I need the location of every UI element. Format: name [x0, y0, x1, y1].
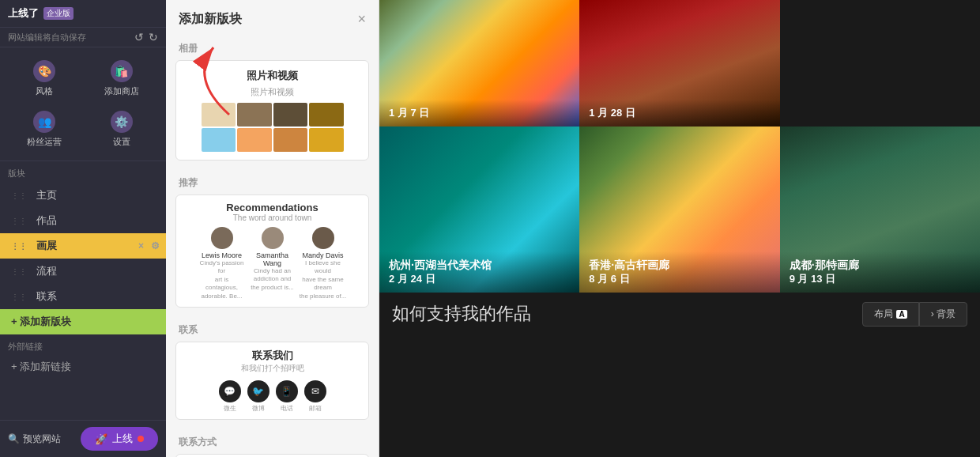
main-content: 1 月 7 日 1 月 28 日 杭州·西湖当代美术馆 2 月 24 日 香港·… [379, 0, 980, 457]
style-icon: 🎨 [33, 60, 55, 82]
person-name-3: Mandy Davis [300, 251, 347, 259]
nav-settings-icon[interactable]: ⚙ [151, 240, 160, 251]
undo-icon[interactable]: ↺ [134, 31, 144, 43]
rec-person-3: Mandy Davis I believe she wouldhave the … [300, 227, 347, 300]
photo-cell [202, 103, 236, 127]
rec-person-1: Lewis Moore Cindy's passion forart is co… [198, 227, 246, 300]
email-label: 邮箱 [309, 404, 322, 413]
enterprise-badge: 企业版 [43, 7, 74, 20]
sidebar-item-contact[interactable]: ⋮⋮ 联系 [0, 284, 166, 309]
sidebar-icon-settings[interactable]: ⚙️ 设置 [84, 104, 160, 154]
phone-label: 电话 [281, 404, 293, 413]
photo-cell [273, 128, 308, 152]
sidebar-icon-shop[interactable]: 🛍️ 添加商店 [84, 54, 160, 104]
shop-icon: 🛍️ [111, 60, 133, 82]
panel-card-contact-us[interactable]: 联系我们 和我们打个招呼吧 💬 微生 🐦 微博 📱 电话 ✉ 邮箱 [175, 342, 369, 420]
contact-subtitle: 和我们打个招呼吧 [186, 363, 359, 374]
gallery-cell-4[interactable]: 杭州·西湖当代美术馆 2 月 24 日 [379, 127, 579, 293]
nav-section-label: 版块 [0, 161, 166, 183]
publish-button[interactable]: 🚀 上线 [81, 427, 158, 451]
contact-icon-phone: 📱 电话 [276, 380, 298, 413]
gallery-cell-5[interactable]: 香港·高古轩画廊 8 月 6 日 [579, 127, 779, 293]
person-name-1: Lewis Moore [198, 251, 246, 259]
fans-icon: 👥 [33, 111, 55, 133]
style-label: 风格 [36, 85, 53, 97]
bottom-title: 如何支持我的作品 [392, 302, 531, 326]
drag-icon: ⋮⋮ [11, 217, 27, 225]
add-block-button[interactable]: + 添加新版块 [0, 309, 166, 334]
sidebar-item-home[interactable]: ⋮⋮ 主页 [0, 183, 166, 208]
phone-icon: 📱 [276, 380, 298, 402]
autosave-text: 网站编辑将自动保存 [8, 32, 86, 43]
nav-item-label: 联系 [36, 289, 57, 304]
drag-icon: ⋮⋮ [11, 267, 27, 276]
contact-card-inner: 联系我们 和我们打个招呼吧 💬 微生 🐦 微博 📱 电话 ✉ 邮箱 [176, 342, 368, 419]
gallery-cell-1[interactable]: 1 月 7 日 [379, 0, 579, 127]
nav-item-label: 主页 [36, 188, 57, 202]
contact-title: 联系我们 [186, 349, 359, 363]
rec-subtitle: The word around town [186, 213, 359, 222]
cell-title-5: 香港·高古轩画廊 [589, 258, 770, 272]
rec-title: Recommendations [186, 202, 359, 213]
avatar-1 [211, 227, 233, 249]
drag-icon: ⋮⋮ [11, 293, 27, 301]
contact-icon-email: ✉ 邮箱 [304, 380, 326, 413]
cell-title-6: 成都·那特画廊 [790, 258, 971, 272]
add-link-button[interactable]: + 添加新链接 [0, 356, 166, 378]
contact-icons-list: 💬 微生 🐦 微博 📱 电话 ✉ 邮箱 [186, 380, 359, 413]
shop-label: 添加商店 [104, 85, 139, 97]
bottom-right-controls: 布局 A › 背景 [862, 302, 967, 327]
section-label-recommendations: 推荐 [166, 170, 379, 195]
publish-label: 上线 [112, 432, 133, 446]
layout-button[interactable]: 布局 A [862, 302, 918, 327]
redo-icon[interactable]: ↻ [149, 31, 158, 43]
section-label-album: 相册 [166, 36, 379, 60]
add-block-label: + 添加新版块 [11, 315, 71, 329]
person-text-1: Cindy's passion forart is contagious,ado… [198, 259, 246, 300]
settings-icon: ⚙️ [111, 111, 133, 133]
wechat-icon: 💬 [219, 380, 241, 402]
cell-date-5: 8 月 6 日 [589, 272, 770, 286]
cell-overlay-1: 1 月 7 日 [379, 100, 579, 127]
rocket-icon: 🚀 [95, 433, 107, 445]
preview-button[interactable]: 🔍 预览网站 [8, 432, 61, 446]
add-block-panel: 添加新版块 × 相册 照片和视频 照片和视频 [166, 0, 379, 457]
cell-overlay-2: 1 月 28 日 [579, 100, 779, 127]
gallery-cell-3 [780, 0, 980, 127]
cell-date-2: 1 月 28 日 [589, 106, 770, 120]
cell-overlay-6: 成都·那特画廊 9 月 13 日 [780, 251, 980, 293]
panel-card-contact-me[interactable]: Contact Me Let's grab a cup... [175, 454, 369, 457]
nav-item-label: 流程 [36, 264, 57, 278]
contact-icon-weibo: 🐦 微博 [247, 380, 270, 413]
gallery-cell-2[interactable]: 1 月 28 日 [579, 0, 779, 127]
sidebar-item-works[interactable]: ⋮⋮ 作品 [0, 208, 166, 233]
panel-card-photo-video[interactable]: 照片和视频 照片和视频 [175, 60, 369, 161]
panel-card-recommendations[interactable]: Recommendations The word around town Lew… [175, 195, 369, 308]
contact-icon-wechat: 💬 微生 [219, 380, 241, 413]
photo-cell [237, 103, 272, 127]
person-text-3: I believe she wouldhave the same dreamth… [300, 259, 347, 300]
panel-header: 添加新版块 × [166, 0, 379, 36]
sidebar-item-process[interactable]: ⋮⋮ 流程 [0, 259, 166, 284]
card-title: 照片和视频 [247, 69, 298, 83]
rec-card-inner: Recommendations The word around town Lew… [176, 195, 368, 307]
person-name-2: Samantha Wang [249, 251, 296, 267]
preview-label: 预览网站 [23, 432, 61, 446]
rec-person-2: Samantha Wang Cindy had anaddiction andt… [249, 227, 296, 300]
panel-title: 添加新版块 [179, 11, 242, 28]
sidebar-icon-fans[interactable]: 👥 粉丝运营 [6, 104, 83, 154]
rec-people-list: Lewis Moore Cindy's passion forart is co… [186, 227, 359, 300]
card-inner: 照片和视频 照片和视频 [176, 61, 368, 160]
photo-cell [309, 128, 344, 152]
drag-icon: ⋮⋮ [11, 191, 27, 200]
sidebar-icon-style[interactable]: 🎨 风格 [6, 54, 83, 104]
close-button[interactable]: × [357, 11, 366, 28]
sidebar-item-gallery[interactable]: ⋮⋮ 画展 × ⚙ [0, 233, 166, 259]
sidebar-quick-icons: 🎨 风格 🛍️ 添加商店 👥 粉丝运营 ⚙️ 设置 [0, 47, 166, 161]
background-button[interactable]: › 背景 [919, 302, 967, 327]
nav-close-icon[interactable]: × [138, 240, 144, 251]
gallery-cell-6[interactable]: 成都·那特画廊 9 月 13 日 [780, 127, 980, 293]
wechat-label: 微生 [224, 404, 236, 413]
nav-item-label: 作品 [36, 213, 57, 228]
cell-title-4: 杭州·西湖当代美术馆 [389, 258, 570, 272]
